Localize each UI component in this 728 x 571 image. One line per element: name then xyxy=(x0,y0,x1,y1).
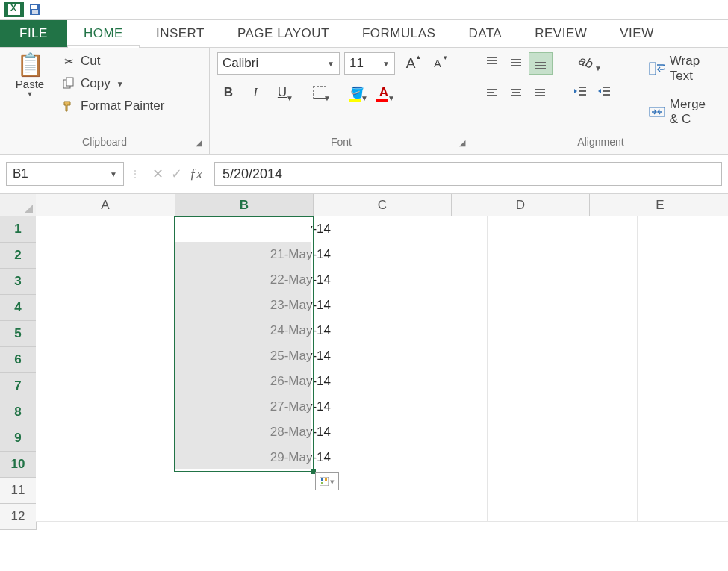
cell[interactable] xyxy=(337,419,488,446)
cell[interactable] xyxy=(638,369,728,395)
qat-save-icon[interactable] xyxy=(28,3,42,16)
tab-review[interactable]: REVIEW xyxy=(518,20,603,47)
grow-font-button[interactable]: A▴ xyxy=(399,53,422,74)
cell[interactable] xyxy=(36,267,187,293)
cell[interactable] xyxy=(638,318,728,344)
cell[interactable] xyxy=(337,445,488,471)
cell[interactable] xyxy=(488,394,638,420)
cell[interactable] xyxy=(488,445,638,471)
cell[interactable] xyxy=(638,470,728,496)
cell[interactable] xyxy=(638,419,728,446)
decrease-indent-button[interactable] xyxy=(569,81,591,102)
cell[interactable] xyxy=(488,369,638,395)
row-header[interactable]: 11 xyxy=(0,478,37,504)
borders-button[interactable]: ▼ xyxy=(308,82,331,103)
cell[interactable] xyxy=(36,343,187,369)
cell[interactable] xyxy=(36,318,187,344)
row-header[interactable]: 5 xyxy=(0,321,37,347)
cell[interactable] xyxy=(36,216,187,243)
bold-button[interactable]: B xyxy=(217,82,240,103)
cell[interactable] xyxy=(337,369,488,395)
cell[interactable] xyxy=(187,496,337,522)
cell[interactable] xyxy=(36,394,187,420)
column-header[interactable]: E xyxy=(590,194,728,217)
cell[interactable] xyxy=(337,343,488,369)
cell[interactable] xyxy=(36,496,187,522)
cell[interactable] xyxy=(36,445,187,471)
cell[interactable] xyxy=(488,318,638,344)
wrap-text-button[interactable]: Wrap Text xyxy=(646,52,721,85)
fx-icon[interactable]: ƒx xyxy=(190,166,202,182)
cell[interactable] xyxy=(36,242,187,268)
row-header[interactable]: 2 xyxy=(0,243,37,269)
fill-color-button[interactable]: 🪣 ▼ xyxy=(346,82,368,103)
format-painter-button[interactable]: Format Painter xyxy=(58,97,167,115)
row-header[interactable]: 10 xyxy=(0,452,37,478)
column-header[interactable]: D xyxy=(452,194,590,217)
cell[interactable] xyxy=(488,267,638,293)
cell[interactable] xyxy=(488,293,638,319)
cell[interactable] xyxy=(488,242,638,268)
cell[interactable] xyxy=(36,369,187,395)
cell[interactable] xyxy=(337,318,488,344)
cell[interactable] xyxy=(488,216,638,243)
tab-page-layout[interactable]: PAGE LAYOUT xyxy=(221,20,346,47)
cell[interactable] xyxy=(337,267,488,293)
row-header[interactable]: 4 xyxy=(0,295,37,321)
column-header[interactable]: C xyxy=(314,194,452,217)
cell[interactable] xyxy=(36,419,187,446)
paste-button[interactable]: 📋 Paste ▼ xyxy=(7,52,52,98)
tab-data[interactable]: DATA xyxy=(452,20,518,47)
cell[interactable] xyxy=(337,242,488,268)
underline-button[interactable]: U▼ xyxy=(271,82,293,103)
name-box[interactable]: B1 ▼ xyxy=(6,162,124,186)
cell[interactable] xyxy=(488,470,638,496)
cell[interactable] xyxy=(488,419,638,446)
align-center-button[interactable] xyxy=(505,82,527,103)
cell[interactable] xyxy=(638,445,728,471)
shrink-font-button[interactable]: A▾ xyxy=(426,53,449,74)
autofill-options-button[interactable]: ▾ xyxy=(315,472,339,490)
italic-button[interactable]: I xyxy=(244,82,267,103)
row-header[interactable]: 12 xyxy=(0,504,37,530)
align-right-button[interactable] xyxy=(529,82,551,103)
align-left-button[interactable] xyxy=(481,82,503,103)
font-color-button[interactable]: A ▼ xyxy=(373,82,395,103)
cell[interactable] xyxy=(488,343,638,369)
tab-home[interactable]: HOME xyxy=(67,20,140,47)
row-header[interactable]: 3 xyxy=(0,269,37,295)
orientation-button[interactable]: ab ▼ xyxy=(569,52,602,73)
cell[interactable] xyxy=(638,216,728,243)
cell[interactable] xyxy=(638,242,728,268)
row-header[interactable]: 1 xyxy=(0,216,37,243)
dialog-launcher-icon[interactable]: ◢ xyxy=(196,138,202,148)
tab-formulas[interactable]: FORMULAS xyxy=(346,20,452,47)
tab-view[interactable]: VIEW xyxy=(603,20,670,47)
cell[interactable] xyxy=(488,496,638,522)
cell[interactable] xyxy=(638,394,728,420)
dialog-launcher-icon[interactable]: ◢ xyxy=(459,138,465,148)
merge-center-button[interactable]: Merge & C xyxy=(646,96,721,128)
cell[interactable] xyxy=(638,343,728,369)
tab-file[interactable]: FILE xyxy=(0,20,67,47)
cancel-icon[interactable]: ✕ xyxy=(152,166,164,182)
cell[interactable] xyxy=(337,216,488,243)
cell[interactable] xyxy=(337,394,488,420)
row-header[interactable]: 9 xyxy=(0,425,37,452)
cell[interactable] xyxy=(337,496,488,522)
row-header[interactable]: 8 xyxy=(0,399,37,425)
copy-button[interactable]: Copy ▼ xyxy=(58,75,167,93)
row-header[interactable]: 6 xyxy=(0,347,37,373)
enter-icon[interactable]: ✓ xyxy=(171,166,182,182)
cell[interactable] xyxy=(638,496,728,522)
cut-button[interactable]: ✂ Cut xyxy=(58,52,167,70)
select-all-corner[interactable] xyxy=(0,194,37,217)
cell[interactable] xyxy=(36,293,187,319)
cell[interactable] xyxy=(337,470,488,496)
cell[interactable] xyxy=(337,293,488,319)
tab-insert[interactable]: INSERT xyxy=(140,20,221,47)
align-bottom-button[interactable] xyxy=(529,52,553,75)
cell[interactable] xyxy=(638,267,728,293)
align-middle-button[interactable] xyxy=(505,52,527,73)
align-top-button[interactable] xyxy=(481,52,503,73)
